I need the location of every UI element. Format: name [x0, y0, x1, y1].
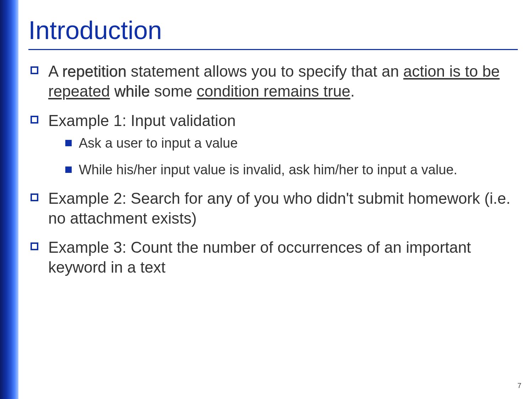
text-fragment — [110, 82, 114, 100]
page-number: 7 — [517, 382, 521, 390]
sub-bullet-while-invalid: While his/her input value is invalid, as… — [64, 161, 518, 179]
slide-content: Introduction A repetition statement allo… — [28, 16, 518, 287]
text-fragment: some — [150, 82, 197, 100]
bullet-example-2: Example 2: Search for any of you who did… — [28, 188, 518, 229]
sub-bullet-text: Ask a user to input a value — [79, 136, 238, 151]
sub-bullet-ask-input: Ask a user to input a value — [64, 134, 518, 152]
text-fragment: A — [48, 62, 62, 80]
bullet-text: Example 1: Input validation — [48, 112, 236, 129]
title-underline — [28, 49, 518, 50]
text-fragment: . — [350, 82, 355, 100]
bullet-example-3: Example 3: Count the number of occurrenc… — [28, 237, 518, 278]
keyword-repetition: repetition — [62, 62, 126, 80]
bullet-text: Example 3: Count the number of occurrenc… — [48, 239, 471, 276]
slide: Introduction A repetition statement allo… — [0, 0, 532, 399]
sub-bullet-list: Ask a user to input a value While his/he… — [64, 134, 518, 179]
text-fragment: statement allows you to specify that an — [126, 62, 403, 80]
left-accent-bar — [0, 0, 18, 399]
sub-bullet-text: While his/her input value is invalid, as… — [79, 162, 457, 177]
bullet-list: A repetition statement allows you to spe… — [28, 61, 518, 278]
underlined-condition: condition remains true — [197, 82, 350, 100]
bullet-repetition-definition: A repetition statement allows you to spe… — [28, 61, 518, 102]
slide-title: Introduction — [28, 16, 518, 45]
bullet-example-1: Example 1: Input validation Ask a user t… — [28, 111, 518, 179]
bullet-text: Example 2: Search for any of you who did… — [48, 190, 510, 227]
keyword-while: while — [114, 82, 150, 100]
